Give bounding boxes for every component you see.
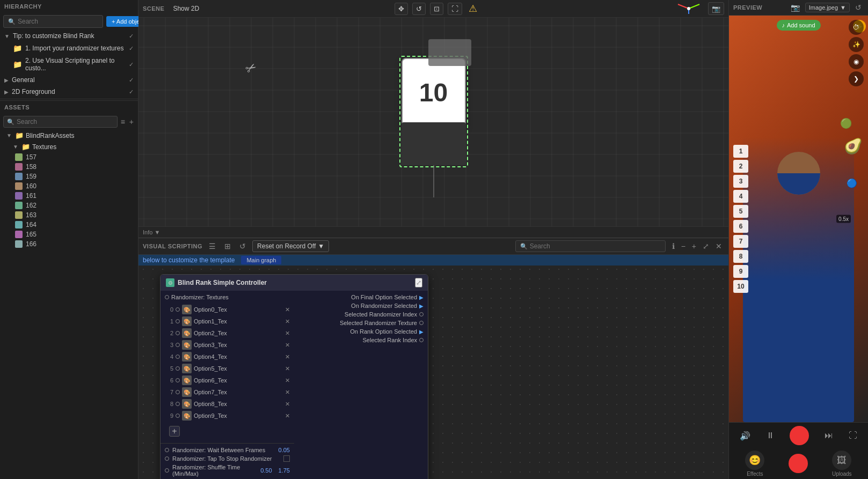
axis-gizmo: [673, 2, 705, 15]
num-4: 4: [733, 190, 748, 203]
hierarchy-item-tip[interactable]: ▼ Tip: to customize Blind Rank ✓: [0, 30, 138, 42]
center-area: SCENE Show 2D ✥ ↺ ⊡ ⛶ ⚠ 📷: [138, 0, 728, 479]
preview-uploads-button[interactable]: 🖼 Uploads: [832, 451, 852, 477]
vs-refresh-button[interactable]: ↺: [237, 241, 248, 252]
preview-skip-button[interactable]: ⏭: [825, 431, 833, 440]
add-texture-button[interactable]: +: [169, 426, 180, 437]
vs-menu-button[interactable]: ☰: [207, 241, 218, 252]
hierarchy-item-import[interactable]: 📁 1. Import your randomizer textures ✓: [0, 42, 138, 55]
folder-textures[interactable]: ▼ 📁 Textures: [0, 141, 138, 152]
preview-record-center-button[interactable]: [789, 454, 808, 474]
right-panel: PREVIEW 📷 Image.jpeg ▼ ↺ 🥑 🟢 🔵: [728, 0, 868, 479]
preview-fullscreen-button[interactable]: ⛶: [849, 431, 857, 440]
preview-chevron-icon[interactable]: ❯: [849, 71, 864, 86]
tip-label: Tip: to customize Blind Rank: [13, 32, 94, 40]
preview-record-button[interactable]: [790, 426, 809, 445]
node-card-title: Blind Rank Simple Controller: [178, 279, 412, 286]
texture-158[interactable]: 158: [0, 162, 138, 172]
rotate-tool-button[interactable]: ↺: [412, 3, 426, 15]
assets-search-input[interactable]: [17, 118, 114, 126]
tex-1-remove[interactable]: ✕: [285, 318, 290, 325]
tex-2-remove[interactable]: ✕: [285, 330, 290, 337]
import-check: ✓: [129, 45, 134, 52]
tip-check: ✓: [129, 33, 134, 40]
vs-grid-button[interactable]: ⊞: [222, 241, 233, 252]
tex-6-remove[interactable]: ✕: [285, 377, 290, 384]
preview-camera-icon[interactable]: 📷: [789, 2, 802, 13]
preview-speaker-button[interactable]: 🔊: [740, 431, 750, 441]
vs-content[interactable]: below to customize the template Main gra…: [138, 255, 728, 479]
preview-add-sound[interactable]: ♪ Add sound: [776, 20, 820, 31]
vs-expand-button[interactable]: ⤢: [701, 241, 711, 252]
preview-pause-button[interactable]: ⏸: [766, 431, 775, 440]
scale-tool-button[interactable]: ⊡: [430, 3, 443, 15]
final-option-port: ▶: [419, 294, 424, 300]
vs-add-button[interactable]: +: [690, 241, 698, 252]
assets-search-bar[interactable]: 🔍: [3, 116, 118, 128]
preview-file-label: Image.jpeg: [809, 4, 838, 11]
vs-search-bar[interactable]: 🔍: [515, 240, 666, 252]
tex-7-remove[interactable]: ✕: [285, 389, 290, 396]
assets-add-button[interactable]: +: [128, 116, 135, 127]
scene-viewport[interactable]: 10 ✂: [138, 18, 728, 226]
texture-165[interactable]: 165: [0, 230, 138, 239]
vs-header: VISUAL SCRIPTING ☰ ⊞ ↺ Reset on Record O…: [138, 238, 728, 255]
main-graph-tab[interactable]: Main graph: [241, 256, 281, 264]
preview-file-select[interactable]: Image.jpeg ▼: [805, 3, 850, 12]
texture-157[interactable]: 157: [0, 152, 138, 162]
vs-search-input[interactable]: [530, 242, 661, 250]
vs-label: VISUAL SCRIPTING: [143, 243, 202, 249]
vs-minimize-button[interactable]: −: [679, 241, 688, 252]
texture-166[interactable]: 166: [0, 239, 138, 249]
tap-stop-checkbox[interactable]: [283, 455, 290, 462]
preview-effects-button[interactable]: 😊 Effects: [745, 451, 764, 477]
tex-5-remove[interactable]: ✕: [285, 365, 290, 372]
tex-9-icon: 🎨: [182, 411, 192, 421]
randomizer-texture-port: [419, 321, 424, 325]
hierarchy-search-input[interactable]: [18, 18, 98, 25]
tex-row-8: 8 🎨 Option8_Tex ✕: [161, 398, 294, 410]
hierarchy-item-2dforeground[interactable]: ▶ 2D Foreground ✓: [0, 86, 138, 98]
node-expand-button[interactable]: ⤢: [415, 278, 422, 288]
tex-3-remove[interactable]: ✕: [285, 342, 290, 349]
shuffle-min-value: 0.50: [260, 467, 272, 474]
tex-8-remove[interactable]: ✕: [285, 401, 290, 408]
tex-9-remove[interactable]: ✕: [285, 412, 290, 419]
texture-164[interactable]: 164: [0, 220, 138, 230]
num-6: 6: [733, 220, 748, 233]
preview-circle-icon[interactable]: ◉: [849, 54, 864, 69]
tex-4-port: [176, 355, 180, 359]
texture-160[interactable]: 160: [0, 181, 138, 191]
tex-0-remove[interactable]: ✕: [285, 306, 290, 313]
preview-timer-icon[interactable]: ⏱: [849, 20, 864, 35]
tex-2-icon: 🎨: [182, 328, 192, 338]
texture-159-thumb: [15, 173, 23, 180]
output-rank-option: On Rank Option Selected ▶: [294, 327, 428, 336]
vs-info-button[interactable]: ℹ: [670, 241, 677, 252]
texture-163[interactable]: 163: [0, 210, 138, 220]
move-tool-button[interactable]: ✥: [395, 3, 408, 15]
folder-blind-rank[interactable]: ▼ 📁 BlindRankAssets: [0, 130, 138, 141]
hierarchy-item-vs[interactable]: 📁 2. Use Visual Scripting panel to custo…: [0, 55, 138, 74]
assets-search-row: 🔍 ≡ +: [0, 114, 138, 130]
fullscreen-tool-button[interactable]: ⛶: [448, 3, 462, 15]
tex-4-remove[interactable]: ✕: [285, 353, 290, 360]
show-2d-button[interactable]: Show 2D: [173, 5, 199, 12]
scene-pivot: [433, 165, 434, 197]
svg-line-0: [689, 4, 699, 9]
hierarchy-item-general[interactable]: ▶ General ✓: [0, 74, 138, 86]
info-bar[interactable]: Info ▼: [138, 226, 728, 238]
camera-button[interactable]: 📷: [708, 2, 724, 15]
assets-filter-button[interactable]: ≡: [120, 116, 126, 127]
2d-check: ✓: [129, 89, 134, 95]
texture-161[interactable]: 161: [0, 191, 138, 201]
preview-viewport[interactable]: 🥑 🟢 🔵 ♪ Add sound ⚡ 1 2 3 4 5 6 7 8: [729, 16, 868, 422]
uploads-label: Uploads: [832, 471, 852, 477]
preview-refresh-button[interactable]: ↺: [853, 2, 864, 13]
preview-wand-icon[interactable]: ✨: [849, 37, 864, 52]
texture-159[interactable]: 159: [0, 172, 138, 181]
texture-162[interactable]: 162: [0, 201, 138, 210]
randomizer-label: Randomizer: Textures: [171, 294, 229, 300]
vs-reset-dropdown[interactable]: Reset on Record Off ▼: [252, 240, 329, 252]
vs-close-button[interactable]: ✕: [713, 241, 724, 252]
